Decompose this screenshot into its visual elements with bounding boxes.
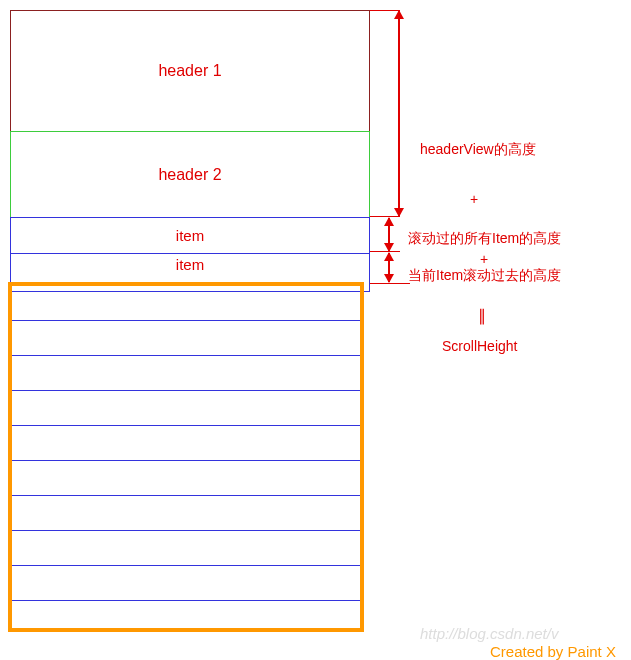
label-equals: ∥ xyxy=(478,305,486,327)
label-current-item: 当前Item滚动过去的高度 xyxy=(408,266,561,286)
bracket-headerview xyxy=(398,10,400,217)
list-item xyxy=(12,461,360,496)
list-diagram: header 1 header 2 item item xyxy=(10,10,370,292)
header-1-box: header 1 xyxy=(10,10,370,132)
item-1-label: item xyxy=(176,227,204,244)
arrowhead-icon xyxy=(384,217,394,226)
arrowhead-icon xyxy=(394,10,404,19)
header-2-box: header 2 xyxy=(10,131,370,218)
list-item xyxy=(12,566,360,601)
list-item xyxy=(12,426,360,461)
list-item xyxy=(12,391,360,426)
watermark-text: http://blog.csdn.net/v xyxy=(420,625,558,642)
header-1-label: header 1 xyxy=(158,62,221,80)
credit-text: Created by Paint X xyxy=(490,643,616,660)
list-item xyxy=(12,496,360,531)
label-scrolled-items: 滚动过的所有Item的高度 xyxy=(408,229,561,249)
arrowhead-icon xyxy=(384,252,394,261)
viewport-frame xyxy=(8,282,364,632)
list-item xyxy=(12,286,360,321)
arrowhead-icon xyxy=(384,274,394,283)
list-item xyxy=(12,356,360,391)
list-item xyxy=(12,531,360,566)
item-box-1: item xyxy=(10,217,370,254)
header-2-label: header 2 xyxy=(158,166,221,184)
item-2-label: item xyxy=(176,256,204,273)
label-plus-1: + xyxy=(470,190,478,210)
label-headerview-height: headerView的高度 xyxy=(420,140,536,160)
tick xyxy=(370,283,410,284)
list-item xyxy=(12,321,360,356)
label-scrollheight: ScrollHeight xyxy=(442,337,517,357)
